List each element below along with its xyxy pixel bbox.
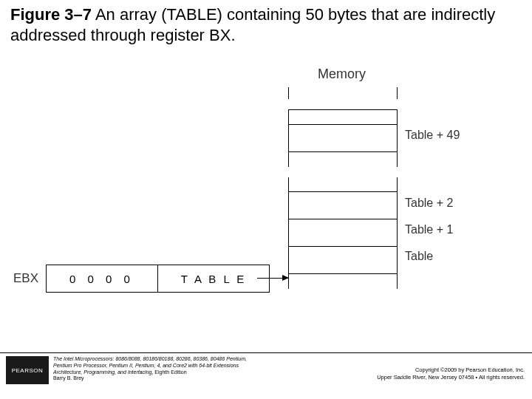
copyright-line2: Upper Saddle River, New Jersey 07458 • A… <box>377 374 525 381</box>
pointer-arrow <box>257 278 288 279</box>
memory-segment-lower-tail <box>288 274 398 289</box>
memory-label-3: Table + 2 <box>405 197 453 210</box>
book-title-line2: Pentium Pro Processor, Pentium II, Penti… <box>53 363 239 368</box>
diagram: Memory Table + 49 Table + 2 Table + 1 Ta… <box>0 66 532 347</box>
footer: PEARSON The Intel Microprocessors: 8086/… <box>0 352 532 399</box>
memory-segment-upper <box>288 109 398 125</box>
pearson-logo: PEARSON <box>6 356 49 384</box>
book-title-line1: The Intel Microprocessors: 8086/8088, 80… <box>53 356 247 361</box>
register-name: EBX <box>13 271 38 286</box>
book-title-line3b: , Eighth Edition <box>151 369 186 375</box>
memory-label-top: Table + 49 <box>405 129 460 142</box>
memory-cell-3 <box>288 191 398 219</box>
memory-label-2: Table + 1 <box>405 223 453 236</box>
memory-cell-1 <box>288 246 398 274</box>
memory-open-top <box>288 87 398 99</box>
figure-label: Figure 3–7 <box>10 5 92 24</box>
memory-label-1: Table <box>405 250 433 263</box>
memory-segment-lower-head <box>288 177 398 192</box>
book-title-line3a: Architecture, Programming, and Interfaci… <box>53 369 151 375</box>
register-low-word: T A B L E <box>158 265 270 293</box>
register-high-word: 0 0 0 0 <box>46 265 158 293</box>
memory-heading: Memory <box>318 66 366 82</box>
copyright: Copyright ©2009 by Pearson Education, In… <box>290 353 532 381</box>
memory-segment-upper-tail <box>288 152 398 167</box>
figure-caption: Figure 3–7 An array (TABLE) containing 5… <box>0 0 532 45</box>
memory-column: Table + 49 Table + 2 Table + 1 Table <box>288 87 398 289</box>
register-row: EBX 0 0 0 0 T A B L E <box>13 265 270 293</box>
memory-cell-top <box>288 124 398 152</box>
book-author: Barry B. Brey <box>53 375 84 381</box>
book-citation: The Intel Microprocessors: 8086/8088, 80… <box>53 353 290 382</box>
copyright-line1: Copyright ©2009 by Pearson Education, In… <box>415 366 525 373</box>
memory-cell-2 <box>288 219 398 247</box>
